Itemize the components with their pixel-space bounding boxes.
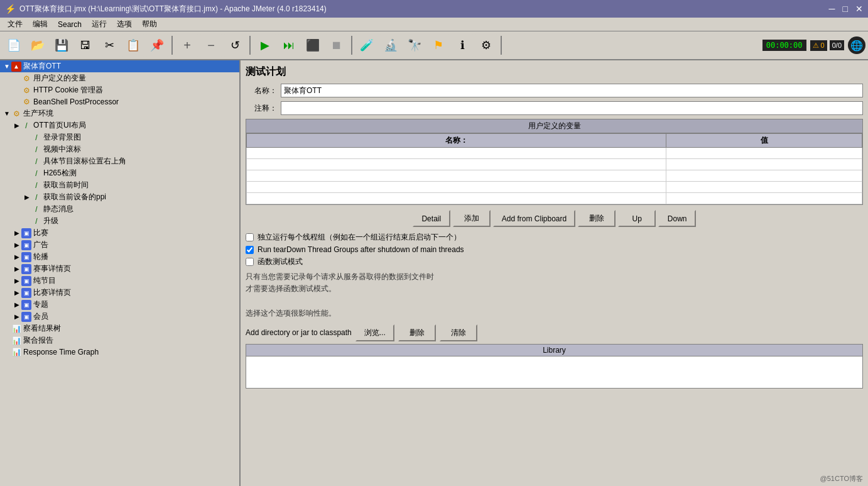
up-button[interactable]: Up	[618, 210, 656, 227]
save-button[interactable]: 💾	[50, 34, 73, 57]
tree-item-match[interactable]: ▶▣比赛	[0, 227, 239, 239]
tree-expand-match-detail[interactable]: ▶	[13, 265, 21, 272]
desc-line-4: 选择这个选项很影响性能。	[246, 307, 863, 319]
down-button[interactable]: Down	[658, 210, 696, 227]
menu-item-运行[interactable]: 运行	[87, 18, 112, 31]
start-no-pause-button[interactable]: ⏭	[278, 34, 300, 57]
comment-input[interactable]	[281, 101, 863, 115]
tree-item-h265[interactable]: /H265检测	[0, 167, 239, 179]
stop-button[interactable]: ⬛	[301, 34, 324, 57]
menu-item-编辑[interactable]: 编辑	[28, 18, 53, 31]
content-panel: 测试计划 名称： 注释： 用户定义的变量 名称： 值	[241, 60, 868, 486]
tree-expand-pure-item[interactable]: ▶	[13, 277, 21, 284]
menu-item-帮助[interactable]: 帮助	[137, 18, 162, 31]
cut-button[interactable]: ✂	[98, 34, 121, 57]
shutdown-button[interactable]: ⏹	[325, 34, 348, 57]
tree-label-ott-home: OTT首页UI布局	[33, 120, 86, 131]
tree-label-prod-env: 生产环境	[23, 108, 53, 119]
tree-item-topic[interactable]: ▶▣专题	[0, 299, 239, 311]
tree-expand-prod-env[interactable]: ▼	[3, 110, 11, 117]
tree-label-upgrade: 升级	[43, 216, 58, 226]
delete-var-button[interactable]: 删除	[578, 210, 616, 227]
tree-expand-member[interactable]: ▶	[13, 313, 21, 320]
copy-button[interactable]: 📋	[122, 34, 144, 57]
info-button[interactable]: ℹ	[451, 34, 474, 57]
tree-item-pure-item[interactable]: ▶▣纯节目	[0, 275, 239, 287]
tree-item-response-time[interactable]: 📊Response Time Graph	[0, 346, 239, 358]
tree-item-video-scroll[interactable]: /视频中滚标	[0, 143, 239, 155]
tree-expand-match-detail2[interactable]: ▶	[13, 289, 21, 296]
tree-expand-match[interactable]: ▶	[13, 229, 21, 236]
menu-item-文件[interactable]: 文件	[3, 18, 28, 31]
start-button[interactable]: ▶	[254, 34, 276, 57]
report1-button[interactable]: 🧪	[355, 34, 378, 57]
report2-button[interactable]: 🔬	[379, 34, 402, 57]
clear-classpath-button[interactable]: 清除	[440, 324, 477, 341]
tree-item-match-detail2[interactable]: ▶▣比赛详情页	[0, 287, 239, 299]
save-all-button[interactable]: 🖫	[74, 34, 97, 57]
tree-item-beanshell[interactable]: ⚙BeanShell PostProcessor	[0, 96, 239, 108]
tree-item-get-ppi[interactable]: ▶/获取当前设备的ppi	[0, 191, 239, 203]
tree-item-custom-var[interactable]: ⚙用户定义的变量	[0, 72, 239, 84]
tree-icon-root: ▲	[11, 62, 21, 72]
add-button[interactable]: +	[176, 34, 198, 57]
tree-expand-ott-home[interactable]: ▶	[13, 122, 21, 129]
tree-icon-node-pos: /	[31, 157, 41, 167]
tree-item-get-time[interactable]: /获取当前时间	[0, 179, 239, 191]
table-row	[247, 182, 862, 193]
tree-item-node-pos[interactable]: /具体节目滚标位置右上角	[0, 155, 239, 167]
tree-item-prod-env[interactable]: ▼⚙生产环境	[0, 108, 239, 119]
tree-item-match-detail[interactable]: ▶▣赛事详情页	[0, 263, 239, 275]
add-var-button[interactable]: 添加	[453, 210, 491, 227]
tree-icon-match: ▣	[21, 228, 31, 238]
menu-item-选项[interactable]: 选项	[112, 18, 137, 31]
tree-item-static-msg[interactable]: /静态消息	[0, 203, 239, 215]
remote-button[interactable]: 🔭	[403, 34, 426, 57]
tree-expand-carousel[interactable]: ▶	[13, 253, 21, 260]
tree-label-beanshell: BeanShell PostProcessor	[33, 97, 119, 106]
independent-label: 独立运行每个线程组（例如在一个组运行结束后启动下一个）	[258, 232, 461, 243]
minimize-button[interactable]: ─	[829, 4, 835, 14]
open-button[interactable]: 📂	[26, 34, 49, 57]
maximize-button[interactable]: □	[843, 4, 848, 14]
tree-icon-member: ▣	[21, 312, 31, 322]
tree-item-ad[interactable]: ▶▣广告	[0, 239, 239, 251]
tree-item-result-tree[interactable]: 📊察看结果树	[0, 323, 239, 334]
tree-item-root[interactable]: ▼▲聚体育OTT	[0, 60, 239, 72]
functest-check-row: 函数测试模式	[246, 257, 863, 267]
name-input[interactable]	[281, 84, 863, 97]
new-button[interactable]: 📄	[3, 34, 25, 57]
add-clipboard-button[interactable]: Add from Clipboard	[493, 210, 575, 227]
tree-expand-root[interactable]: ▼	[3, 63, 11, 70]
browse-button[interactable]: 浏览...	[355, 324, 394, 341]
comment-label: 注释：	[246, 103, 277, 114]
close-button[interactable]: ✕	[855, 4, 863, 14]
paste-button[interactable]: 📌	[146, 34, 168, 57]
tree-label-pure-item: 纯节目	[33, 275, 56, 286]
tree-icon-match-detail2: ▣	[21, 288, 31, 298]
tree-item-carousel[interactable]: ▶▣轮播	[0, 251, 239, 263]
tree-item-login-bg[interactable]: /登录背景图	[0, 131, 239, 143]
tree-item-upgrade[interactable]: /升级	[0, 215, 239, 227]
tree-expand-ad[interactable]: ▶	[13, 241, 21, 248]
clear-button[interactable]: ↺	[224, 34, 246, 57]
settings-button[interactable]: ⚙	[475, 34, 497, 57]
functest-checkbox[interactable]	[246, 258, 254, 266]
tree-expand-topic[interactable]: ▶	[13, 301, 21, 308]
delete-classpath-button[interactable]: 删除	[398, 324, 436, 341]
independent-checkbox[interactable]	[246, 233, 254, 241]
tree-expand-get-ppi[interactable]: ▶	[23, 194, 31, 201]
description: 只有当您需要记录每个请求从服务器取得的数据到文件时 才需要选择函数测试模式。 选…	[246, 271, 863, 319]
tree-item-member[interactable]: ▶▣会员	[0, 311, 239, 323]
menu-item-Search[interactable]: Search	[53, 19, 87, 30]
score-display: 0/0	[830, 40, 844, 50]
help-button[interactable]: ⚑	[427, 34, 450, 57]
desc-line-1: 只有当您需要记录每个请求从服务器取得的数据到文件时	[246, 271, 863, 283]
detail-button[interactable]: Detail	[413, 210, 450, 227]
library-body	[246, 356, 862, 388]
teardown-checkbox[interactable]	[246, 246, 254, 254]
tree-item-agg-report[interactable]: 📊聚合报告	[0, 334, 239, 346]
tree-item-ott-home[interactable]: ▶/OTT首页UI布局	[0, 119, 239, 131]
remove-button[interactable]: −	[200, 34, 222, 57]
tree-item-cookie-mgr[interactable]: ⚙HTTP Cookie 管理器	[0, 84, 239, 96]
